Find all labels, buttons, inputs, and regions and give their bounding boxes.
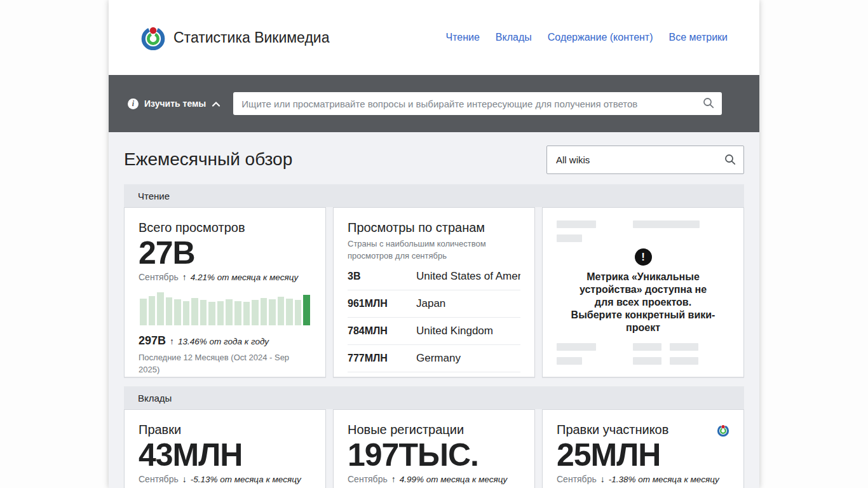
arrow-down-icon: ↓ <box>600 474 605 484</box>
nav-all-metrics[interactable]: Все метрики <box>669 32 728 43</box>
brand-home-link[interactable]: Статистика Викимедиа <box>140 25 329 50</box>
metric-value: 197ТЫС. <box>348 437 520 473</box>
arrow-up-icon: ↑ <box>391 474 396 484</box>
month-change: -1.38% от месяца к месяцу <box>609 475 719 484</box>
page-title: Ежемесячный обзор <box>124 149 292 170</box>
section-header-reading: Чтение <box>124 184 744 207</box>
topics-bar: i Изучить темы <box>109 75 759 132</box>
card-pageviews-by-country[interactable]: Просмотры по странам Страны с наибольшим… <box>333 207 535 377</box>
month-change: 4.21% от месяца к месяцу <box>191 273 299 282</box>
metric-value: 25МЛН <box>557 437 729 473</box>
skeleton-bar <box>557 220 596 228</box>
wikimedia-logo-icon <box>717 424 729 437</box>
skeleton-bar <box>670 343 698 351</box>
skeleton-row <box>557 234 729 242</box>
row-country: United States of America <box>416 270 520 283</box>
card-title: Просмотры по странам <box>348 220 520 235</box>
yoy-change: 13.46% от года к году <box>178 337 269 346</box>
site-title: Статистика Викимедиа <box>173 29 329 46</box>
month-change-line: Сентябрь ↓ -1.38% от месяца к месяцу <box>557 474 729 484</box>
wiki-selector-input[interactable] <box>555 154 724 166</box>
card-new-registrations[interactable]: Новые регистрации 197ТЫС. Сентябрь ↑ 4.9… <box>333 409 535 488</box>
table-row: 784МЛН United Kingdom <box>348 318 520 345</box>
row-value: 777МЛН <box>348 353 416 364</box>
unavailable-text: Метрика «Уникальные устройства» доступна… <box>569 271 717 334</box>
page-head: Ежемесячный обзор <box>124 145 744 174</box>
metric-value: 27B <box>139 235 311 271</box>
arrow-up-icon: ↑ <box>170 336 174 346</box>
nav-content[interactable]: Содержание (контент) <box>548 32 653 43</box>
alert-icon: ! <box>635 248 652 266</box>
card-title: Всего просмотров <box>139 220 311 235</box>
card-title-row: Правки участников <box>557 423 729 437</box>
explore-topics-label: Изучить темы <box>144 98 206 109</box>
month-change-line: Сентябрь ↓ -5.13% от месяца к месяцу <box>139 474 311 484</box>
section-title: Вклады <box>138 393 172 403</box>
month-change-line: Сентябрь ↑ 4.21% от месяца к месяцу <box>139 272 311 282</box>
skeleton-bar <box>557 357 582 365</box>
month-change: 4.99% от месяца к месяцу <box>400 475 508 484</box>
skeleton-bar <box>557 343 596 351</box>
row-country: Germany <box>416 352 520 365</box>
nav-contributing[interactable]: Вклады <box>496 32 532 43</box>
wiki-selector-search-icon[interactable] <box>724 154 736 165</box>
row-country: United Kingdom <box>416 325 520 337</box>
skeleton-bar <box>633 220 700 228</box>
skeleton-bar <box>633 357 661 365</box>
wiki-selector[interactable] <box>546 146 744 174</box>
chevron-up-icon <box>212 101 220 107</box>
card-user-edits[interactable]: Правки участников 25МЛН Сентябрь ↓ - <box>542 409 744 488</box>
section-header-contributing: Вклады <box>124 386 744 409</box>
main-content: Ежемесячный обзор Чтение Всего просмотро… <box>109 132 759 488</box>
yoy-value: 297B <box>139 334 166 348</box>
unavailable-message: ! Метрика «Уникальные устройства» доступ… <box>569 248 717 334</box>
period-label: Сентябрь <box>557 474 597 484</box>
site-header: Статистика Викимедиа Чтение Вклады Содер… <box>109 0 759 75</box>
arrow-down-icon: ↓ <box>182 474 187 484</box>
range-note: Последние 12 Месяцев (Oct 2024 - Sep 202… <box>139 352 297 376</box>
table-row: 961МЛН Japan <box>348 290 520 318</box>
skeleton-bar <box>557 234 582 242</box>
skeleton-bar <box>670 357 698 365</box>
card-subtitle: Страны с наибольшим количеством просмотр… <box>348 238 495 262</box>
card-edits[interactable]: Правки 43МЛН Сентябрь ↓ -5.13% от месяца… <box>124 409 326 488</box>
row-value: 961МЛН <box>348 298 416 309</box>
month-change-line: Сентябрь ↑ 4.99% от месяца к месяцу <box>348 474 520 484</box>
card-title: Правки участников <box>557 423 668 437</box>
month-change: -5.13% от месяца к месяцу <box>191 475 301 484</box>
reading-cards: Всего просмотров 27B Сентябрь ↑ 4.21% от… <box>124 207 744 377</box>
metric-value: 43МЛН <box>139 437 311 473</box>
period-label: Сентябрь <box>139 272 179 282</box>
card-title: Правки <box>139 423 311 437</box>
year-change-line: 297B ↑ 13.46% от года к году <box>139 334 311 348</box>
top-nav: Чтение Вклады Содержание (контент) Все м… <box>445 32 728 43</box>
wikistats-app: Статистика Викимедиа Чтение Вклады Содер… <box>109 0 759 488</box>
explore-topics-toggle[interactable]: i Изучить темы <box>128 98 220 109</box>
row-value: 784МЛН <box>348 325 416 337</box>
search-icon[interactable] <box>699 95 718 112</box>
skeleton-bar <box>633 343 661 351</box>
table-row: 3B United States of America <box>348 263 520 290</box>
table-row: 777МЛН Germany <box>348 345 520 372</box>
period-label: Сентябрь <box>139 474 179 484</box>
card-title: Новые регистрации <box>348 423 520 437</box>
skeleton-row <box>557 220 729 228</box>
period-label: Сентябрь <box>348 474 388 484</box>
info-icon: i <box>128 98 139 109</box>
country-table: 3B United States of America 961МЛН Japan… <box>348 263 520 372</box>
row-value: 3B <box>348 271 416 282</box>
topics-search-input[interactable] <box>233 92 722 115</box>
topics-search <box>233 92 722 115</box>
card-total-pageviews[interactable]: Всего просмотров 27B Сентябрь ↑ 4.21% от… <box>124 207 326 377</box>
row-country: Japan <box>416 297 520 310</box>
card-unique-devices[interactable]: ! Метрика «Уникальные устройства» доступ… <box>542 207 744 377</box>
arrow-up-icon: ↑ <box>182 272 187 282</box>
skeleton-row <box>557 343 729 351</box>
pageviews-sparkline <box>140 292 310 325</box>
skeleton-row <box>557 357 729 365</box>
wikimedia-logo-icon <box>140 25 166 50</box>
nav-reading[interactable]: Чтение <box>445 32 479 43</box>
section-title: Чтение <box>138 191 170 201</box>
contributing-cards: Правки 43МЛН Сентябрь ↓ -5.13% от месяца… <box>124 409 744 488</box>
